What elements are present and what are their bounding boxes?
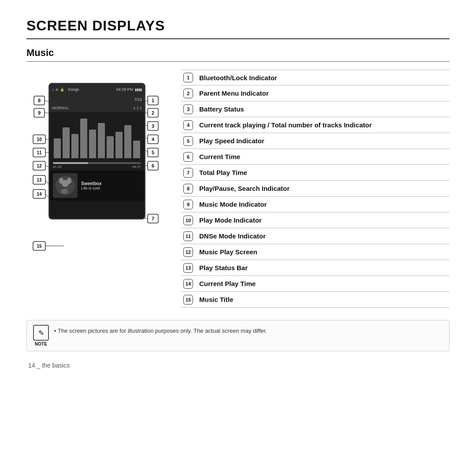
eq-bar [71,134,78,158]
label-row: 8Play/Pause, Search Indicator [181,181,450,197]
label-num-cell: 10 [181,212,196,228]
album-text: Sweetbox Life is cool [81,181,102,190]
screen-mode-row: NORMAL x 1.1 [49,104,145,112]
label-description: Play Speed Indicator [196,133,450,149]
label-num-cell: 8 [181,181,196,196]
label-number-badge: 7 [183,168,193,178]
label-number-badge: 14 [183,279,193,289]
equalizer-area [49,112,145,160]
screen-status-bar: ♪ B 🔒 Songs 04:29 PM ▮▮▮▮ [49,84,145,95]
label-description: Play Mode Indicator [196,212,450,228]
album-art-icon [54,175,76,197]
progress-bar-container [53,162,141,164]
svg-point-47 [59,178,63,184]
label-row: 9Music Mode Indicator [181,197,450,212]
label-description: Parent Menu Indicator [196,86,450,101]
album-title: Sweetbox [81,181,102,186]
label-description: DNSe Mode Indicator [196,228,450,244]
label-number-badge: 2 [183,89,193,98]
svg-point-50 [61,189,65,193]
labels-section: 1Bluetooth/Lock Indicator2Parent Menu In… [181,70,450,308]
svg-text:4: 4 [152,137,155,142]
label-num-cell: 11 [181,228,196,244]
note-text: ▪ The screen pictures are for illustrati… [54,325,267,335]
content-area: 8 9 10 11 12 [26,70,450,308]
screen-track-row: 7/15 [49,95,145,104]
label-row: 2Parent Menu Indicator [181,86,450,101]
label-number-badge: 3 [183,104,193,114]
label-description: Music Play Screen [196,244,450,260]
label-row: 14Current Play Time [181,276,450,292]
screen-time-row: 01:45 04:27 [53,165,141,169]
device-screen: ♪ B 🔒 Songs 04:29 PM ▮▮▮▮ 7/15 [48,83,145,219]
battery-icon: ▮▮▮▮ [135,88,142,92]
svg-text:3: 3 [152,123,154,129]
label-number-badge: 13 [183,263,193,273]
progress-bar-fill [53,162,88,164]
album-art [53,173,78,198]
label-number-badge: 12 [183,247,193,257]
label-num-cell: 14 [181,276,196,291]
label-description: Current Time [196,149,450,164]
label-num-cell: 12 [181,244,196,260]
eq-bar [89,130,96,158]
label-number-badge: 5 [183,136,193,146]
device-wrapper: 8 9 10 11 12 [33,83,161,219]
label-row: 10Play Mode Indicator [181,212,450,228]
screen-top-left: ♪ B 🔒 Songs [52,87,79,92]
svg-text:8: 8 [38,98,41,103]
label-row: 7Total Play Time [181,165,450,181]
label-number-badge: 10 [183,216,193,225]
screen-album-area: Sweetbox Life is cool [49,171,145,201]
svg-text:2: 2 [152,110,154,115]
label-number-badge: 11 [183,231,193,241]
label-row: 13Play Status Bar [181,260,450,276]
bt-icon: B [56,88,58,92]
label-description: Total Play Time [196,165,450,180]
label-num-cell: 9 [181,197,196,212]
label-description: Music Title [196,292,450,307]
eq-bar [133,141,140,158]
label-number-badge: 4 [183,120,193,130]
label-row: 4Current track playing / Total number of… [181,117,450,133]
svg-text:5: 5 [152,150,154,155]
page-footer: 14 _ the basics [26,362,450,369]
device-section: 8 9 10 11 12 [26,70,167,219]
label-description: Current Play Time [196,276,450,291]
note-pencil-icon: ✎ [38,329,44,337]
label-num-cell: 7 [181,165,196,180]
label-num-cell: 15 [181,292,196,307]
label-number-badge: 1 [183,73,193,82]
play-speed-text: x 1.1 [133,106,142,110]
screen-progress-area: 01:45 04:27 [49,160,145,171]
eq-bar [80,119,87,158]
eq-bar [63,127,70,158]
svg-point-48 [67,178,71,184]
eq-bar [107,136,114,158]
svg-text:9: 9 [38,110,41,115]
label-num-cell: 1 [181,70,196,85]
total-time-display: 04:27 [132,165,141,169]
label-num-cell: 5 [181,133,196,149]
label-row: 3Battery Status [181,101,450,117]
screen-top-right: 04:29 PM ▮▮▮▮ [116,87,142,92]
main-title: SCREEN DISPLAYS [26,18,450,39]
label-description: Current track playing / Total number of … [196,117,450,133]
eq-bar [124,125,131,158]
label-num-cell: 3 [181,101,196,117]
label-description: Bluetooth/Lock Indicator [196,70,450,85]
label-row: 11DNSe Mode Indicator [181,228,450,244]
label-number-badge: 9 [183,200,193,209]
label-number-badge: 6 [183,152,193,162]
svg-text:6: 6 [152,163,154,168]
label-number-badge: 15 [183,295,193,305]
label-num-cell: 6 [181,149,196,164]
time-display: 04:29 PM [116,87,133,92]
svg-text:7: 7 [152,216,154,221]
label-row: 6Current Time [181,149,450,165]
track-count: 7/15 [134,97,142,102]
label-num-cell: 13 [181,260,196,275]
label-row: 1Bluetooth/Lock Indicator [181,70,450,86]
label-description: Music Mode Indicator [196,197,450,212]
label-number-badge: 8 [183,184,193,193]
